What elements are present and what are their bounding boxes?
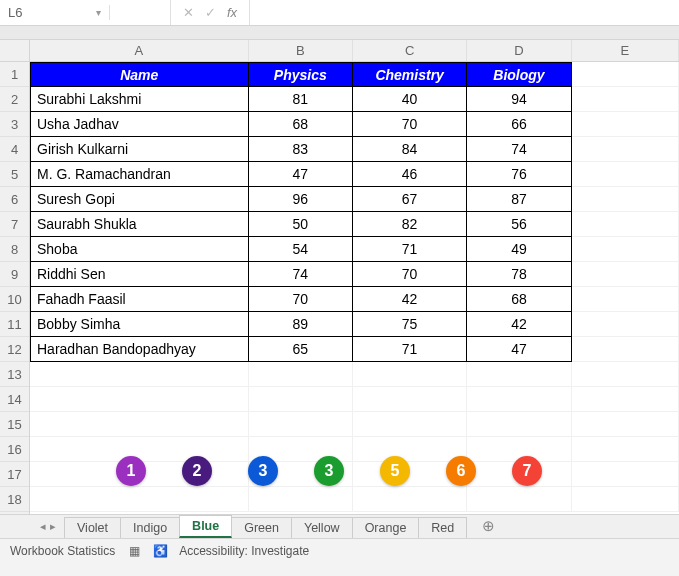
cell-biology[interactable]: 94 (467, 87, 571, 112)
cell-empty[interactable] (30, 487, 249, 512)
row-header[interactable]: 14 (0, 387, 29, 412)
cell-empty[interactable] (467, 487, 571, 512)
cell-empty[interactable] (30, 387, 249, 412)
cell-empty[interactable] (572, 487, 679, 512)
cell-biology[interactable]: 68 (467, 287, 571, 312)
cell-name[interactable]: Riddhi Sen (30, 262, 249, 287)
cell-name[interactable]: Usha Jadhav (30, 112, 249, 137)
cell-chemistry[interactable]: 70 (353, 112, 467, 137)
cell-physics[interactable]: 89 (249, 312, 353, 337)
col-header[interactable]: A (30, 40, 249, 61)
cell-empty[interactable] (572, 137, 679, 162)
sheet-tab-violet[interactable]: Violet (64, 517, 121, 538)
cell-empty[interactable] (572, 87, 679, 112)
row-header[interactable]: 15 (0, 412, 29, 437)
cell-physics[interactable]: 50 (249, 212, 353, 237)
cell-empty[interactable] (30, 412, 249, 437)
sheet-tab-indigo[interactable]: Indigo (120, 517, 180, 538)
row-header[interactable]: 3 (0, 112, 29, 137)
cell-name[interactable]: M. G. Ramachandran (30, 162, 249, 187)
header-chemistry[interactable]: Chemistry (353, 62, 467, 87)
cell-empty[interactable] (572, 262, 679, 287)
row-header[interactable]: 1 (0, 62, 29, 87)
cell-empty[interactable] (572, 237, 679, 262)
cell-chemistry[interactable]: 71 (353, 337, 467, 362)
cell-empty[interactable] (353, 412, 467, 437)
cell-chemistry[interactable]: 42 (353, 287, 467, 312)
col-header[interactable]: D (467, 40, 571, 61)
cell-chemistry[interactable]: 40 (353, 87, 467, 112)
sheet-tab-red[interactable]: Red (418, 517, 467, 538)
col-header[interactable]: E (572, 40, 679, 61)
row-header[interactable]: 9 (0, 262, 29, 287)
cell-biology[interactable]: 49 (467, 237, 571, 262)
cell-name[interactable]: Girish Kulkarni (30, 137, 249, 162)
cell-name[interactable]: Surabhi Lakshmi (30, 87, 249, 112)
cell-empty[interactable] (572, 212, 679, 237)
cell-empty[interactable] (353, 362, 467, 387)
cell-physics[interactable]: 68 (249, 112, 353, 137)
cell-chemistry[interactable]: 70 (353, 262, 467, 287)
cell-biology[interactable]: 74 (467, 137, 571, 162)
cell-name[interactable]: Saurabh Shukla (30, 212, 249, 237)
cell-empty[interactable] (572, 62, 679, 87)
cell-chemistry[interactable]: 84 (353, 137, 467, 162)
cell-empty[interactable] (572, 387, 679, 412)
row-header[interactable]: 12 (0, 337, 29, 362)
cell-biology[interactable]: 47 (467, 337, 571, 362)
cell-empty[interactable] (572, 412, 679, 437)
formula-input[interactable] (250, 0, 679, 25)
cell-empty[interactable] (572, 287, 679, 312)
cell-empty[interactable] (572, 362, 679, 387)
cell-physics[interactable]: 83 (249, 137, 353, 162)
sheet-tab-green[interactable]: Green (231, 517, 292, 538)
cell-chemistry[interactable]: 75 (353, 312, 467, 337)
cell-empty[interactable] (572, 337, 679, 362)
header-physics[interactable]: Physics (249, 62, 353, 87)
cell-empty[interactable] (467, 387, 571, 412)
cell-physics[interactable]: 65 (249, 337, 353, 362)
cell-biology[interactable]: 87 (467, 187, 571, 212)
cell-empty[interactable] (249, 362, 353, 387)
workbook-statistics-label[interactable]: Workbook Statistics (10, 544, 115, 558)
row-header[interactable]: 7 (0, 212, 29, 237)
cell-empty[interactable] (572, 112, 679, 137)
cell-physics[interactable]: 81 (249, 87, 353, 112)
sheet-tab-orange[interactable]: Orange (352, 517, 420, 538)
name-box[interactable]: L6 ▾ (0, 5, 110, 20)
row-header[interactable]: 2 (0, 87, 29, 112)
cell-empty[interactable] (572, 312, 679, 337)
row-header[interactable]: 18 (0, 487, 29, 512)
cell-chemistry[interactable]: 46 (353, 162, 467, 187)
sheet-tab-blue[interactable]: Blue (179, 515, 232, 538)
cell-physics[interactable]: 96 (249, 187, 353, 212)
row-header[interactable]: 16 (0, 437, 29, 462)
name-box-dropdown-icon[interactable]: ▾ (96, 7, 101, 18)
cell-name[interactable]: Bobby Simha (30, 312, 249, 337)
cell-empty[interactable] (30, 362, 249, 387)
cell-empty[interactable] (467, 412, 571, 437)
cell-physics[interactable]: 54 (249, 237, 353, 262)
cell-empty[interactable] (572, 437, 679, 462)
row-header[interactable]: 10 (0, 287, 29, 312)
cell-empty[interactable] (353, 387, 467, 412)
cell-name[interactable]: Haradhan Bandopadhyay (30, 337, 249, 362)
new-sheet-button[interactable]: ⊕ (472, 514, 505, 538)
col-header[interactable]: C (353, 40, 467, 61)
cell-biology[interactable]: 76 (467, 162, 571, 187)
cell-physics[interactable]: 70 (249, 287, 353, 312)
fx-icon[interactable]: fx (221, 5, 243, 20)
cell-empty[interactable] (249, 412, 353, 437)
row-header[interactable]: 17 (0, 462, 29, 487)
cell-name[interactable]: Suresh Gopi (30, 187, 249, 212)
sheet-tab-yellow[interactable]: Yellow (291, 517, 353, 538)
row-header[interactable]: 11 (0, 312, 29, 337)
header-name[interactable]: Name (30, 62, 249, 87)
row-header[interactable]: 5 (0, 162, 29, 187)
cell-empty[interactable] (249, 387, 353, 412)
select-all-corner[interactable] (0, 40, 29, 62)
row-header[interactable]: 8 (0, 237, 29, 262)
cell-name[interactable]: Fahadh Faasil (30, 287, 249, 312)
header-biology[interactable]: Biology (467, 62, 571, 87)
cell-chemistry[interactable]: 67 (353, 187, 467, 212)
